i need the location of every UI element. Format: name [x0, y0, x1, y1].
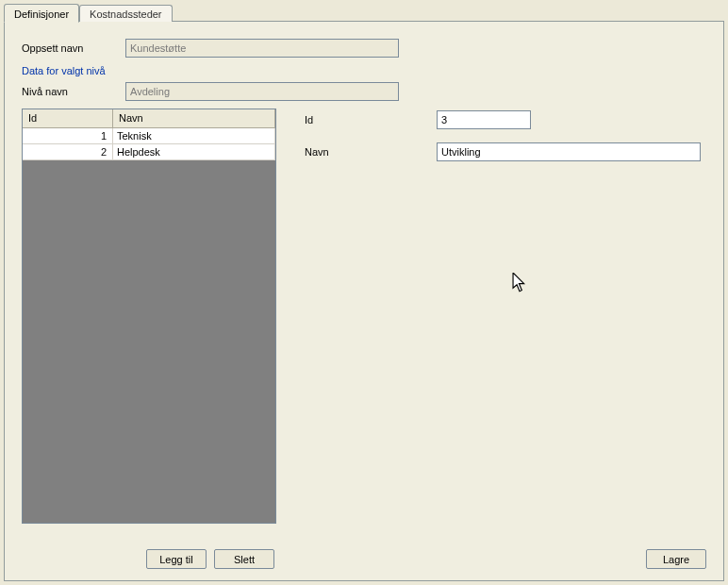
- tabstrip: Definisjoner Kostnadssteder: [4, 3, 173, 22]
- cell-id: 1: [23, 128, 113, 143]
- oppsett-navn-field: Kundestøtte: [125, 39, 399, 58]
- grid-header-id[interactable]: Id: [23, 109, 113, 127]
- niva-navn-label: Nivå navn: [22, 86, 125, 97]
- detail-id-input[interactable]: [437, 110, 531, 129]
- button-label: Lagre: [663, 554, 689, 565]
- cell-id: 2: [23, 144, 113, 159]
- oppsett-navn-label: Oppsett navn: [22, 42, 125, 54]
- save-button[interactable]: Lagre: [646, 549, 706, 569]
- table-row[interactable]: 2 Helpdesk: [23, 144, 275, 160]
- grid-header: Id Navn: [23, 109, 275, 128]
- grid-header-name[interactable]: Navn: [113, 109, 275, 127]
- cell-name: Helpdesk: [113, 144, 275, 159]
- cell-name: Teknisk: [113, 128, 275, 143]
- add-button[interactable]: Legg til: [146, 549, 207, 569]
- button-label: Slett: [234, 554, 255, 565]
- button-label: Legg til: [159, 554, 192, 565]
- niva-navn-field: Avdeling: [125, 82, 399, 101]
- detail-name-label: Navn: [305, 146, 437, 158]
- tab-label: Definisjoner: [14, 8, 69, 20]
- detail-name-input[interactable]: [437, 142, 701, 161]
- delete-button[interactable]: Slett: [214, 549, 274, 569]
- tab-panel: Oppsett navn Kundestøtte Data for valgt …: [4, 21, 724, 581]
- detail-id-label: Id: [305, 114, 437, 125]
- section-title: Data for valgt nivå: [22, 65, 706, 76]
- data-grid[interactable]: Id Navn 1 Teknisk 2 Helpdesk: [22, 109, 276, 524]
- tab-label: Kostnadssteder: [90, 8, 161, 20]
- grid-body: 1 Teknisk 2 Helpdesk: [23, 128, 275, 523]
- detail-pane: Id Navn: [305, 109, 706, 175]
- button-row: Legg til Slett Lagre: [22, 549, 706, 569]
- tab-kostnadssteder[interactable]: Kostnadssteder: [79, 5, 172, 22]
- tab-definisjoner[interactable]: Definisjoner: [4, 4, 79, 23]
- table-row[interactable]: 1 Teknisk: [23, 128, 275, 144]
